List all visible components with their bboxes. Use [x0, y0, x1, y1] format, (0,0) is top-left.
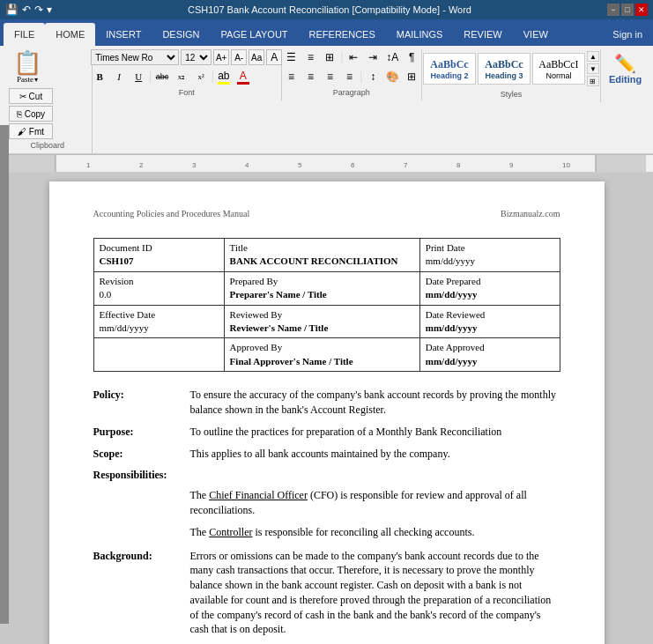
font-grow-button[interactable]: A+: [213, 49, 229, 65]
clear-format-button[interactable]: A: [266, 49, 282, 65]
sign-in-button[interactable]: Sign in: [602, 23, 653, 46]
table-row: Approved ByFinal Approver's Name / Title…: [93, 338, 560, 372]
table-cell-date-prepared: Date Preparedmm/dd/yyyy: [419, 271, 560, 305]
font-size-select[interactable]: 12: [181, 49, 211, 65]
tab-insert[interactable]: INSERT: [95, 23, 152, 46]
styles-scroll-down[interactable]: ▼: [587, 63, 599, 74]
para-row-1: ☰ ≡ ⊞ | ⇤ ⇥ ↕A ¶: [282, 49, 420, 65]
divider-2: |: [211, 70, 214, 84]
divider-4: |: [360, 70, 362, 84]
clipboard-controls: 📋 Paste ▾ ✂ Cut ⎘ Copy 🖌 Fmt: [9, 49, 86, 139]
font-controls: Times New Ro 12 A+ A- Aa A B I U | abc: [91, 49, 282, 86]
paragraph-group: ☰ ≡ ⊞ | ⇤ ⇥ ↕A ¶ ≡ ≡ ≡ ≡ | ↕ 🎨: [282, 49, 422, 100]
responsibilities-section: Responsibilities: The Chief Financial Of…: [93, 468, 560, 539]
maximize-button[interactable]: □: [621, 4, 634, 16]
decrease-indent-button[interactable]: ⇤: [345, 49, 362, 65]
table-cell-empty: [93, 338, 224, 372]
bold-button[interactable]: B: [91, 69, 108, 85]
superscript-button[interactable]: x²: [192, 69, 210, 85]
purpose-section: Purpose: To outline the practices for pr…: [93, 425, 560, 440]
document-header: Accounting Policies and Procedures Manua…: [93, 208, 560, 220]
show-marks-button[interactable]: ¶: [403, 49, 420, 65]
tab-review[interactable]: REVIEW: [453, 23, 512, 46]
table-row: Revision0.0 Prepared ByPreparer's Name /…: [93, 271, 560, 305]
quick-access-toolbar[interactable]: 💾 ↶ ↷ ▾: [5, 4, 52, 16]
table-cell-print-date: Print Datemm/dd/yyyy: [419, 239, 560, 272]
tab-file[interactable]: FILE: [4, 23, 45, 46]
policy-label: Policy:: [93, 388, 190, 418]
line-spacing-button[interactable]: ↕: [364, 69, 382, 85]
align-center-button[interactable]: ≡: [301, 69, 319, 85]
styles-scroll-buttons: ▲ ▼ ⊞: [587, 51, 599, 86]
styles-scroll-up[interactable]: ▲: [587, 51, 599, 62]
font-shrink-button[interactable]: A-: [231, 49, 247, 65]
bullets-button[interactable]: ☰: [282, 49, 300, 65]
date-reviewed-value: mm/dd/yyyy: [426, 322, 478, 333]
policy-section: Policy: To ensure the accuracy of the co…: [93, 388, 560, 418]
background-text: Errors or omissions can be made to the c…: [190, 549, 560, 638]
svg-text:6: 6: [351, 161, 355, 169]
copy-button[interactable]: ⎘ Copy: [9, 106, 53, 122]
policy-text: To ensure the accuracy of the company's …: [190, 388, 560, 418]
shading-button[interactable]: 🎨: [383, 69, 401, 85]
redo-icon[interactable]: ↷: [34, 4, 43, 16]
tab-references[interactable]: REFERENCES: [299, 23, 386, 46]
date-prepared-value: mm/dd/yyyy: [426, 289, 478, 300]
ruler: 1 2 3 4 5 6 7 8 9 10: [0, 155, 653, 173]
close-button[interactable]: ✕: [635, 4, 648, 16]
svg-text:1: 1: [86, 161, 91, 169]
scope-label: Scope:: [93, 447, 190, 462]
multilevel-list-button[interactable]: ⊞: [321, 49, 338, 65]
tab-design[interactable]: DESIGN: [152, 23, 210, 46]
tab-view[interactable]: VIEW: [513, 23, 559, 46]
cut-button[interactable]: ✂ Cut: [9, 88, 53, 104]
tab-home[interactable]: HOME: [45, 23, 95, 46]
style-normal[interactable]: AaBbCcI Normal: [532, 53, 585, 85]
underline-button[interactable]: U: [130, 69, 147, 85]
title-bar: 💾 ↶ ↷ ▾ CSH107 Bank Account Reconciliati…: [0, 0, 653, 19]
align-left-button[interactable]: ≡: [282, 69, 300, 85]
font-group: Times New Ro 12 A+ A- Aa A B I U | abc: [93, 49, 282, 100]
style-heading3[interactable]: AaBbCc Heading 3: [478, 53, 531, 85]
text-highlight-button[interactable]: ab: [216, 70, 232, 85]
scope-text: This applies to all bank accounts mainta…: [190, 447, 560, 462]
justify-button[interactable]: ≡: [340, 69, 358, 85]
editing-label: Editing: [609, 74, 642, 85]
divider-3: |: [340, 50, 343, 64]
numbering-button[interactable]: ≡: [301, 49, 319, 65]
borders-button[interactable]: ⊞: [403, 69, 420, 85]
tab-mailings[interactable]: MAILINGS: [386, 23, 454, 46]
minimize-button[interactable]: −: [607, 4, 620, 16]
font-label: Font: [179, 88, 195, 97]
style-heading2-preview: AaBbCc: [430, 58, 468, 71]
document-table: Document IDCSH107 TitleBANK ACCOUNT RECO…: [93, 238, 560, 372]
paste-label: Paste: [17, 75, 33, 84]
increase-indent-button[interactable]: ⇥: [364, 49, 382, 65]
paste-dropdown-icon[interactable]: ▾: [34, 76, 38, 84]
undo-icon[interactable]: ↶: [22, 4, 31, 16]
font-family-select[interactable]: Times New Ro: [91, 49, 179, 65]
strikethrough-button[interactable]: abc: [153, 69, 171, 85]
approved-by-value: Final Approver's Name / Title: [230, 356, 353, 366]
svg-text:10: 10: [562, 161, 570, 169]
svg-text:7: 7: [404, 161, 408, 169]
controller-title: Controller: [209, 526, 252, 538]
align-right-button[interactable]: ≡: [321, 69, 338, 85]
paste-button[interactable]: 📋 Paste ▾: [9, 49, 46, 86]
font-color-icon: A: [240, 70, 247, 82]
window-controls[interactable]: − □ ✕: [607, 4, 648, 16]
table-cell-date-reviewed: Date Reviewedmm/dd/yyyy: [419, 305, 560, 338]
save-icon[interactable]: 💾: [5, 4, 19, 16]
italic-button[interactable]: I: [110, 69, 128, 85]
styles-more-button[interactable]: ⊞: [587, 76, 599, 86]
style-heading2[interactable]: AaBbCc Heading 2: [423, 53, 476, 85]
tab-page-layout[interactable]: PAGE LAYOUT: [211, 23, 299, 46]
change-case-button[interactable]: Aa: [249, 49, 264, 65]
document-page[interactable]: Accounting Policies and Procedures Manua…: [49, 181, 605, 644]
format-painter-button[interactable]: 🖌 Fmt: [9, 123, 53, 139]
font-color-button[interactable]: A: [235, 70, 251, 85]
editing-icon: ✏️: [614, 53, 636, 74]
sort-button[interactable]: ↕A: [383, 49, 401, 65]
style-normal-preview: AaBbCcI: [538, 58, 578, 71]
subscript-button[interactable]: x₂: [173, 69, 190, 85]
